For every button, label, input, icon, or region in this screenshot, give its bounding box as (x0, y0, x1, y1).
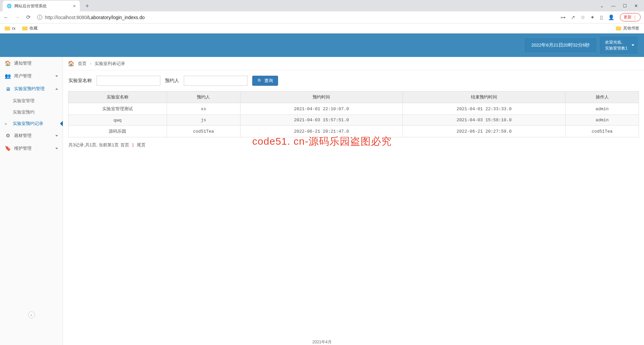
sidebar: 🏠通知管理👥用户管理🖥实验室预约管理实验室管理实验室预约实验室预约记录⚙器材管理… (0, 57, 63, 345)
sidebar-item-label: 实验室预约管理 (14, 86, 45, 92)
search-button[interactable]: 🔍 查询 (252, 76, 278, 86)
close-window-icon[interactable]: ✕ (634, 3, 638, 8)
table-cell: js (167, 115, 240, 126)
forward-icon: → (15, 14, 20, 20)
sidebar-item-label: 器材管理 (14, 133, 32, 139)
sidebar-item[interactable]: 🏠通知管理 (0, 57, 63, 70)
table-cell: 源码乐园 (68, 126, 167, 137)
back-icon[interactable]: ← (3, 14, 9, 20)
url-port: :8080 (75, 15, 87, 20)
sidebar-item[interactable]: 🖥实验室预约管理 (0, 82, 63, 95)
table-header-cell: 实验室名称 (68, 91, 167, 103)
table-row: qwqjs2021-04-03 15:57:51.02021-04-03 15:… (68, 115, 639, 126)
chevron-down-icon[interactable]: ⌄ (600, 3, 604, 8)
sidebar-subitem[interactable]: 实验室管理 (0, 95, 63, 107)
table-cell: 2021-04-03 15:57:51.0 (240, 115, 403, 126)
label-person: 预约人 (165, 78, 179, 84)
username-text: 实验室管教1 (605, 45, 628, 51)
key-icon[interactable]: ⊶ (560, 14, 566, 20)
user-menu[interactable]: 欢迎光临, 实验室管教1 (600, 37, 637, 54)
folder-icon (5, 26, 10, 30)
menu-icon: ⚙ (5, 133, 11, 139)
table-cell: cod51Tea (566, 126, 639, 137)
window-controls: ⌄ — ☐ ✕ (600, 0, 644, 11)
app-header: 2022年6月21日20时32分6秒 欢迎光临, 实验室管教1 (0, 33, 644, 57)
url-field[interactable]: i http://localhost:8080/Laboratory/login… (35, 15, 556, 20)
sidebar-item[interactable]: 🔖维护管理 (0, 142, 63, 155)
pagination-first[interactable]: 首页 (120, 142, 129, 147)
new-tab-button[interactable]: + (83, 1, 92, 11)
search-bar: 实验室名称 预约人 🔍 查询 (63, 70, 644, 91)
menu-icon: 🏠 (5, 60, 11, 66)
table-header-cell: 操作人 (566, 91, 639, 103)
update-button[interactable]: 更新⋮ (620, 13, 641, 21)
browser-tab[interactable]: 🌐 网站后台管理系统 × (3, 1, 80, 11)
sidebar-collapse-button[interactable]: « (28, 312, 35, 318)
bookmark-bar: rx 收藏 其他书签 (0, 23, 644, 33)
url-host: http://localhost (45, 15, 75, 20)
table-cell: 2021-04-01 22:10:07.0 (240, 103, 403, 115)
reload-icon[interactable]: ⟳ (26, 14, 31, 20)
bookmark-favorites[interactable]: 收藏 (22, 25, 38, 31)
records-table: 实验室名称预约人预约时间结束预约时间操作人 实验室管理测试xs2021-04-0… (68, 91, 639, 137)
input-person[interactable] (184, 76, 248, 86)
sidebar-item[interactable]: 👥用户管理 (0, 70, 63, 82)
welcome-text: 欢迎光临, (605, 39, 628, 45)
table-cell: xs (167, 103, 240, 115)
folder-icon (616, 26, 621, 30)
sidebar-subitem[interactable]: 实验室预约记录 (0, 118, 63, 129)
chevron-down-icon (632, 45, 634, 46)
sidebar-item-label: 维护管理 (14, 145, 32, 151)
globe-icon: 🌐 (7, 4, 12, 8)
tab-title: 网站后台管理系统 (14, 3, 47, 9)
table-row: 实验室管理测试xs2021-04-01 22:10:07.02021-04-01… (68, 103, 639, 115)
pagination: 共3记录,共1页, 当前第1页 首页 1 尾页 (63, 137, 644, 153)
sidebar-item-label: 通知管理 (14, 60, 32, 66)
table-cell: admin (566, 103, 639, 115)
share-icon[interactable]: ↗ (571, 14, 575, 20)
table-header-cell: 预约人 (167, 91, 240, 103)
star-icon[interactable]: ☆ (581, 14, 585, 20)
table-header-cell: 结束预约时间 (403, 91, 566, 103)
panel-icon[interactable]: ▯ (600, 14, 603, 20)
table-cell: qwq (68, 115, 167, 126)
breadcrumb-separator: › (90, 61, 91, 66)
minimize-icon[interactable]: — (611, 3, 615, 8)
pagination-summary: 共3记录,共1页, 当前第1页 (68, 142, 119, 147)
table-cell: 2022-06-21 20:21:47.0 (240, 126, 403, 137)
menu-icon: 🔖 (5, 145, 11, 151)
breadcrumb: 🏠 首页 › 实验室列表记录 (63, 57, 644, 70)
sidebar-item[interactable]: ⚙器材管理 (0, 129, 63, 142)
table-cell: 实验室管理测试 (68, 103, 167, 115)
table-cell: 2022-06-21 20:27:59.0 (403, 126, 566, 137)
home-icon: 🏠 (68, 60, 74, 67)
folder-icon (22, 26, 28, 30)
menu-icon: 🖥 (5, 86, 11, 92)
other-bookmarks[interactable]: 其他书签 (616, 25, 639, 31)
label-lab-name: 实验室名称 (68, 78, 92, 84)
maximize-icon[interactable]: ☐ (623, 3, 627, 8)
pagination-current[interactable]: 1 (132, 142, 134, 147)
breadcrumb-home[interactable]: 首页 (78, 61, 87, 67)
browser-chrome: 🌐 网站后台管理系统 × + ⌄ — ☐ ✕ ← → ⟳ i http://lo… (0, 0, 644, 33)
table-header-cell: 预约时间 (240, 91, 403, 103)
bookmark-rx[interactable]: rx (5, 26, 15, 31)
search-icon: 🔍 (257, 78, 263, 83)
close-icon[interactable]: × (73, 3, 76, 9)
menu-icon: 👥 (5, 73, 11, 79)
info-icon[interactable]: i (37, 15, 42, 20)
sidebar-subitem[interactable]: 实验室预约 (0, 107, 63, 118)
avatar-icon[interactable]: 👤 (608, 14, 614, 20)
sidebar-item-label: 用户管理 (14, 73, 32, 79)
datetime-display: 2022年6月21日20时32分6秒 (525, 39, 596, 52)
pagination-last[interactable]: 尾页 (137, 142, 146, 147)
table-cell: 2021-04-01 22:33:33.0 (403, 103, 566, 115)
puzzle-icon[interactable]: ✦ (590, 14, 595, 20)
tab-bar: 🌐 网站后台管理系统 × + ⌄ — ☐ ✕ (0, 0, 644, 11)
breadcrumb-current: 实验室列表记录 (95, 61, 125, 67)
address-bar: ← → ⟳ i http://localhost:8080/Laboratory… (0, 11, 644, 23)
input-lab-name[interactable] (97, 76, 160, 86)
main-content: 🏠 首页 › 实验室列表记录 实验室名称 预约人 🔍 查询 实验室名称预约人预约… (63, 57, 644, 345)
table-row: 源码乐园cod51Tea2022-06-21 20:21:47.02022-06… (68, 126, 639, 137)
table-cell: admin (566, 115, 639, 126)
